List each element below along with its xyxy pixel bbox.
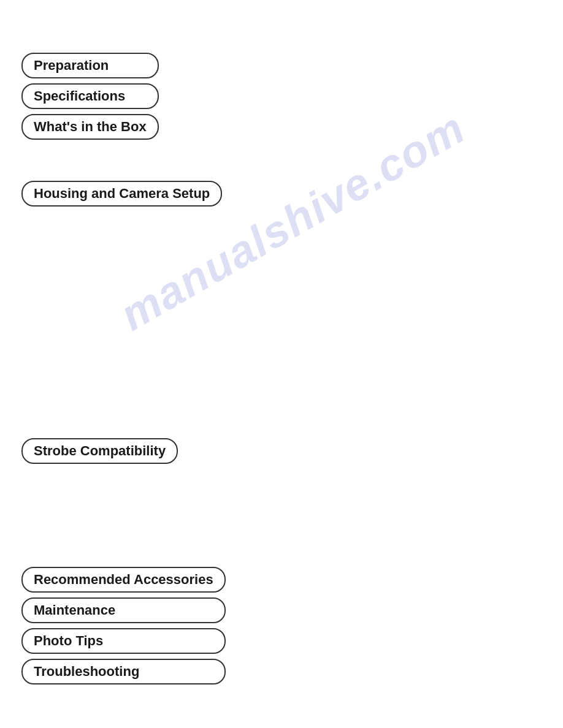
housing-section: Housing and Camera Setup xyxy=(21,181,222,210)
accessories-section: Recommended Accessories Maintenance Phot… xyxy=(21,567,226,688)
nav-item-specifications[interactable]: Specifications xyxy=(21,83,159,109)
nav-item-maintenance[interactable]: Maintenance xyxy=(21,597,226,623)
watermark: manualshive.com xyxy=(112,102,473,340)
nav-item-photo-tips[interactable]: Photo Tips xyxy=(21,628,226,654)
nav-item-troubleshooting[interactable]: Troubleshooting xyxy=(21,659,226,684)
nav-item-strobe-compatibility[interactable]: Strobe Compatibility xyxy=(21,438,178,464)
nav-item-recommended-accessories[interactable]: Recommended Accessories xyxy=(21,567,226,593)
nav-item-whats-in-the-box[interactable]: What's in the Box xyxy=(21,114,159,140)
strobe-section: Strobe Compatibility xyxy=(21,438,178,468)
nav-item-preparation[interactable]: Preparation xyxy=(21,53,159,78)
preparation-section: Preparation Specifications What's in the… xyxy=(21,53,159,143)
nav-item-housing-camera-setup[interactable]: Housing and Camera Setup xyxy=(21,181,222,207)
